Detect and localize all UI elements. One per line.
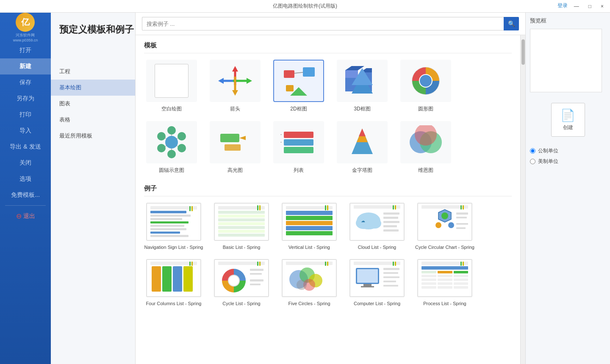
scrollbar[interactable] bbox=[520, 35, 525, 364]
example-card-cloud-list[interactable]: ☁ bbox=[347, 203, 407, 251]
search-input[interactable] bbox=[142, 17, 504, 30]
radio-metric[interactable]: 公制单位 bbox=[530, 147, 606, 154]
example-card-computer-list[interactable]: Computer List - Spring bbox=[347, 259, 407, 307]
template-grid: 空白绘图 bbox=[144, 60, 512, 174]
sidebar-item-exit[interactable]: ⊖ 退出 bbox=[0, 208, 51, 224]
template-card-highlight[interactable]: 高光图 bbox=[208, 121, 263, 174]
example-card-nav-sign-list[interactable]: Navigation Sign List - Spring bbox=[144, 203, 203, 251]
example-thumb-nav-sign-list bbox=[146, 203, 201, 241]
template-card-list[interactable]: 列表 bbox=[271, 121, 326, 174]
svg-rect-165 bbox=[463, 262, 464, 266]
sec-item-recent[interactable]: 最近所用模板 bbox=[51, 128, 135, 144]
sidebar-label-open: 打开 bbox=[19, 47, 31, 53]
ex-thumb-inner-five-circles bbox=[283, 260, 336, 296]
svg-rect-140 bbox=[383, 272, 398, 274]
svg-marker-3 bbox=[218, 78, 224, 84]
svg-point-117 bbox=[229, 276, 239, 286]
svg-rect-123 bbox=[259, 262, 261, 266]
template-section-header: 模板 bbox=[144, 41, 512, 53]
example-card-basic-list[interactable]: Basic List - Spring bbox=[212, 203, 271, 251]
template-card-circlediagram[interactable]: 圆辐示意图 bbox=[144, 121, 199, 174]
sec-item-table[interactable]: 表格 bbox=[51, 112, 135, 128]
login-button[interactable]: 登录 bbox=[557, 2, 568, 9]
example-card-vertical-list[interactable]: Vertical List - Spring bbox=[280, 203, 339, 251]
svg-rect-152 bbox=[421, 275, 436, 277]
template-card-pyramid[interactable]: 金字塔图 bbox=[335, 121, 390, 174]
sidebar-item-new[interactable]: 新建 bbox=[0, 58, 51, 74]
close-button[interactable]: × bbox=[599, 3, 606, 10]
template-card-venn[interactable]: 维恩图 bbox=[398, 121, 453, 174]
template-label-list: 列表 bbox=[294, 167, 304, 174]
svg-text:☁: ☁ bbox=[361, 218, 365, 223]
svg-marker-7 bbox=[232, 90, 238, 96]
ex-thumb-inner-cloud: ☁ bbox=[350, 204, 404, 240]
template-thumb-3dframe bbox=[337, 60, 388, 102]
svg-marker-1 bbox=[232, 66, 238, 72]
svg-rect-58 bbox=[189, 206, 191, 211]
radio-metric-input[interactable] bbox=[530, 148, 535, 154]
sidebar-label-import: 导入 bbox=[19, 127, 31, 134]
template-card-blank[interactable]: 空白绘图 bbox=[144, 60, 199, 113]
svg-rect-76 bbox=[286, 226, 333, 230]
example-card-cycle-list[interactable]: Cycle List - Spring bbox=[212, 259, 271, 307]
page-title: 预定义模板和例子 bbox=[59, 23, 134, 36]
svg-rect-159 bbox=[438, 282, 452, 285]
svg-rect-91 bbox=[393, 205, 394, 210]
sidebar-item-open[interactable]: 打开 bbox=[0, 42, 51, 58]
svg-rect-162 bbox=[438, 286, 452, 289]
svg-point-23 bbox=[165, 136, 178, 149]
example-label-computer-list: Computer List - Spring bbox=[354, 301, 400, 307]
svg-rect-11 bbox=[286, 85, 294, 91]
example-label-cycle-circular: Cycle Circular Chart - Spring bbox=[415, 244, 474, 251]
maximize-button[interactable]: □ bbox=[586, 3, 593, 10]
template-thumb-pyramid bbox=[337, 121, 388, 163]
svg-line-31 bbox=[177, 138, 178, 139]
svg-rect-113 bbox=[191, 262, 193, 266]
window-controls: — □ × bbox=[572, 0, 606, 13]
example-card-five-circles[interactable]: Five Circles - Spring bbox=[280, 259, 339, 307]
sidebar-item-print[interactable]: 打印 bbox=[0, 107, 51, 123]
svg-point-22 bbox=[420, 75, 432, 87]
svg-rect-56 bbox=[150, 232, 180, 234]
svg-point-26 bbox=[177, 144, 186, 152]
template-card-2dframe[interactable]: 2D框图 bbox=[271, 60, 326, 113]
svg-rect-103 bbox=[456, 227, 466, 229]
svg-rect-119 bbox=[250, 273, 262, 275]
sec-item-basic-drawing[interactable]: 基本绘图 bbox=[51, 80, 135, 96]
sec-item-project[interactable]: 工程 bbox=[51, 63, 135, 80]
minimize-button[interactable]: — bbox=[572, 3, 581, 10]
template-card-circlechart[interactable]: 圆形图 bbox=[398, 60, 453, 113]
example-card-four-columns[interactable]: Four Columns List - Spring bbox=[144, 259, 203, 307]
svg-rect-138 bbox=[361, 286, 374, 287]
radio-imperial-input[interactable] bbox=[530, 159, 535, 164]
sidebar-item-close[interactable]: 关闭 bbox=[0, 155, 51, 171]
svg-rect-112 bbox=[189, 262, 191, 266]
sidebar-item-free-template[interactable]: 免费模板... bbox=[0, 187, 51, 203]
template-card-arrow[interactable]: 箭头 bbox=[208, 60, 263, 113]
sidebar-item-save[interactable]: 保存 bbox=[0, 74, 51, 91]
svg-rect-55 bbox=[150, 228, 186, 230]
unit-radio-group: 公制单位 美制单位 bbox=[530, 147, 606, 168]
example-label-five-circles: Five Circles - Spring bbox=[288, 301, 330, 307]
sidebar-label-new: 新建 bbox=[19, 63, 31, 69]
create-button[interactable]: 📄 创建 bbox=[551, 103, 585, 137]
svg-rect-118 bbox=[250, 269, 263, 271]
sidebar-item-saveas[interactable]: 另存为 bbox=[0, 91, 51, 107]
svg-rect-53 bbox=[150, 221, 189, 223]
sidebar-item-options[interactable]: 选项 bbox=[0, 171, 51, 187]
sec-item-chart[interactable]: 图表 bbox=[51, 96, 135, 112]
template-card-3dframe[interactable]: 3D框图 bbox=[335, 60, 390, 113]
svg-rect-141 bbox=[383, 276, 399, 278]
sidebar-item-export[interactable]: 导出 & 发送 bbox=[0, 139, 51, 155]
radio-imperial[interactable]: 美制单位 bbox=[530, 158, 606, 165]
cloud-list-icon: ☁ bbox=[352, 204, 402, 240]
svg-rect-139 bbox=[383, 268, 399, 270]
svg-rect-154 bbox=[454, 275, 468, 277]
exit-icon: ⊖ bbox=[16, 212, 22, 220]
search-button[interactable]: 🔍 bbox=[504, 17, 519, 30]
example-card-cycle-circular[interactable]: Cycle Circular Chart - Spring bbox=[415, 203, 474, 251]
ex-thumb-inner-four-col bbox=[147, 260, 200, 296]
example-card-process-list[interactable]: Process List - Spring bbox=[415, 259, 474, 307]
sidebar-item-import[interactable]: 导入 bbox=[0, 123, 51, 139]
scrollbar-thumb[interactable] bbox=[521, 39, 525, 65]
